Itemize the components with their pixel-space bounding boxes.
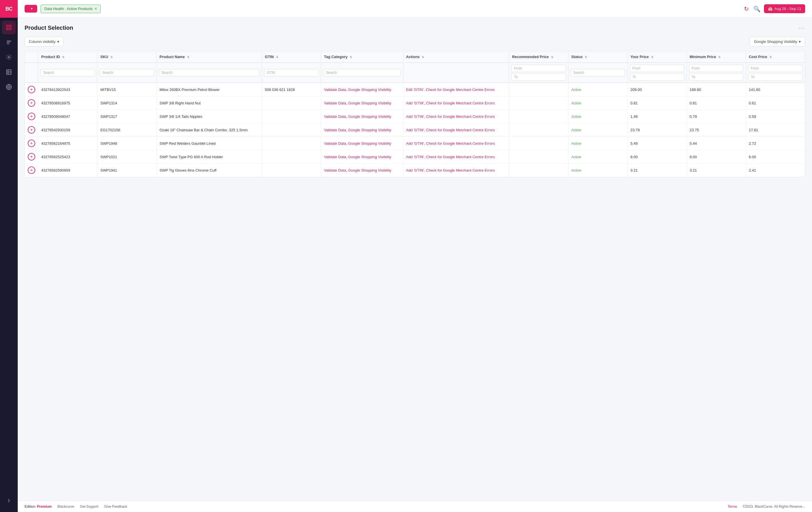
sort-status-icon[interactable]: ⇅ — [585, 56, 587, 59]
table-header-row: Product ID ⇅ SKU ⇅ Product Name ⇅ GTIN — [25, 51, 805, 63]
edition-label: Edition: Premium — [25, 505, 52, 509]
sidebar-item-products[interactable] — [2, 35, 16, 49]
sort-name-icon[interactable]: ⇅ — [187, 56, 189, 59]
feedback-link[interactable]: Give Feedback — [104, 505, 127, 509]
cell-actions[interactable]: Add 'GTIN', Check for Google Merchant Ce… — [403, 164, 509, 177]
cell-actions[interactable]: Add 'GTIN', Check for Google Merchant Ce… — [403, 123, 509, 137]
sort-tag-icon[interactable]: ⇅ — [350, 56, 352, 59]
cell-tag-category[interactable]: Validate Data, Google Shopping Visibilit… — [321, 137, 403, 150]
cell-product-name: SWP Tig Gloves 6ins Chrome Cuff — [157, 164, 262, 177]
cell-actions[interactable]: Add 'GTIN', Check for Google Merchant Ce… — [403, 96, 509, 110]
cell-gtin: 506 036 621 1828 — [262, 83, 321, 96]
row-add-cell: + — [25, 137, 38, 150]
svg-point-8 — [8, 56, 10, 58]
cell-sku: SWP1314 — [97, 96, 157, 110]
page-menu-icon[interactable]: ··· — [799, 25, 805, 31]
add-row-button[interactable]: + — [28, 99, 35, 107]
google-visibility-button[interactable]: Google Shopping Visibility ▾ — [750, 37, 805, 46]
filter-button[interactable]: ▼ — [25, 5, 37, 12]
active-filter-tag: Data Health : Active Products × — [40, 5, 100, 13]
col-sku: SKU ⇅ — [97, 51, 157, 63]
sort-actions-icon[interactable]: ⇅ — [422, 56, 424, 59]
sort-cost-price-icon[interactable]: ⇅ — [770, 56, 772, 59]
filter-product-id-cell — [38, 63, 97, 83]
sidebar-item-table[interactable] — [2, 65, 16, 79]
date-range-label: Aug 28 - Sep 11 — [774, 7, 801, 11]
filter-gtin-input[interactable] — [264, 69, 319, 76]
filter-gtin-cell — [262, 63, 321, 83]
add-row-button[interactable]: + — [28, 167, 35, 174]
filter-your-price-to[interactable] — [630, 73, 684, 81]
cell-product-name: Mitox 260BX Premium Petrol Blower — [157, 83, 262, 96]
filter-tag-close[interactable]: × — [94, 7, 97, 11]
filter-name-input[interactable] — [159, 69, 259, 76]
cell-gtin — [262, 164, 321, 177]
sort-sku-icon[interactable]: ⇅ — [110, 56, 113, 59]
filter-min-price-to[interactable] — [689, 73, 744, 81]
filter-rec-price-from[interactable] — [512, 65, 566, 72]
filter-your-price-from[interactable] — [630, 65, 684, 72]
cell-actions[interactable]: Edit 'GTIN', Check for Google Merchant C… — [403, 83, 509, 96]
add-row-button[interactable]: + — [28, 153, 35, 161]
add-row-button[interactable]: + — [28, 86, 35, 93]
sort-min-price-icon[interactable]: ⇅ — [718, 56, 721, 59]
row-add-cell: + — [25, 96, 38, 110]
app-logo[interactable]: BC — [0, 0, 18, 18]
date-range-button[interactable]: 📅 Aug 28 - Sep 11 — [764, 4, 805, 13]
add-row-button[interactable]: + — [28, 113, 35, 120]
filter-status-input[interactable] — [571, 69, 625, 76]
blackcurve-link[interactable]: Blackcurve — [57, 505, 74, 509]
cell-product-id: 43278508916975 — [38, 96, 97, 110]
table-row: +43278542930159EG1702156Ozaki 18" Chains… — [25, 123, 805, 137]
cell-status: Active — [568, 164, 627, 177]
filter-cost-price-from[interactable] — [748, 65, 803, 72]
sidebar-item-integrations[interactable] — [2, 80, 16, 94]
column-visibility-button[interactable]: Column visibility ▾ — [25, 37, 63, 46]
add-row-button[interactable]: + — [28, 126, 35, 134]
filter-rec-price-cell — [509, 63, 568, 83]
add-row-button[interactable]: + — [28, 140, 35, 147]
filter-rec-price-to[interactable] — [512, 73, 566, 81]
main-content: ▼ Data Health : Active Products × ↻ 🔍 📅 … — [18, 0, 812, 512]
filter-product-id-input[interactable] — [40, 69, 95, 76]
cell-sku: SWP1948 — [97, 137, 157, 150]
cell-tag-category[interactable]: Validate Data, Google Shopping Visibilit… — [321, 123, 403, 137]
cell-your-price: 3.21 — [627, 164, 687, 177]
search-icon[interactable]: 🔍 — [753, 5, 760, 12]
table-row: +43278562525423SWP1021SWP Twist Type PG … — [25, 150, 805, 164]
filter-sku-input[interactable] — [100, 69, 154, 76]
filter-min-price-cell — [687, 63, 746, 83]
terms-link[interactable]: Terms — [728, 505, 737, 509]
content-area: Product Selection ··· Column visibility … — [18, 18, 812, 501]
filter-min-price-from[interactable] — [689, 65, 744, 72]
cell-status: Active — [568, 137, 627, 150]
cell-actions[interactable]: Add 'GTIN', Check for Google Merchant Ce… — [403, 110, 509, 123]
cell-actions[interactable]: Add 'GTIN', Check for Google Merchant Ce… — [403, 150, 509, 164]
sort-rec-price-icon[interactable]: ⇅ — [551, 56, 553, 59]
cell-tag-category[interactable]: Validate Data, Google Shopping Visibilit… — [321, 83, 403, 96]
cell-actions[interactable]: Add 'GTIN', Check for Google Merchant Ce… — [403, 137, 509, 150]
cell-tag-category[interactable]: Validate Data, Google Shopping Visibilit… — [321, 164, 403, 177]
cell-cost-price: 0.61 — [746, 96, 805, 110]
sort-product-id-icon[interactable]: ⇅ — [62, 56, 64, 59]
filter-cost-price-to[interactable] — [748, 73, 803, 81]
cell-tag-category[interactable]: Validate Data, Google Shopping Visibilit… — [321, 110, 403, 123]
cell-tag-category[interactable]: Validate Data, Google Shopping Visibilit… — [321, 96, 403, 110]
svg-rect-2 — [7, 28, 8, 30]
page-title: Product Selection — [25, 25, 73, 31]
table-filter-row — [25, 63, 805, 83]
sidebar-item-dashboard[interactable] — [2, 21, 16, 34]
sort-gtin-icon[interactable]: ⇅ — [276, 56, 278, 59]
row-add-cell: + — [25, 164, 38, 177]
sidebar-item-settings[interactable] — [2, 50, 16, 64]
cell-product-name: Ozaki 18" Chainsaw Bar & Chain Combo .32… — [157, 123, 262, 137]
refresh-icon[interactable]: ↻ — [744, 5, 749, 12]
table-toolbar: Column visibility ▾ Google Shopping Visi… — [25, 37, 805, 46]
sort-your-price-icon[interactable]: ⇅ — [651, 56, 653, 59]
sidebar-item-expand[interactable] — [2, 494, 16, 507]
col-cost-price: Cost Price ⇅ — [746, 51, 805, 63]
support-link[interactable]: Get Support — [80, 505, 98, 509]
table-row: +43278562590959SWP1941SWP Tig Gloves 6in… — [25, 164, 805, 177]
cell-tag-category[interactable]: Validate Data, Google Shopping Visibilit… — [321, 150, 403, 164]
filter-tag-input[interactable] — [323, 69, 401, 76]
